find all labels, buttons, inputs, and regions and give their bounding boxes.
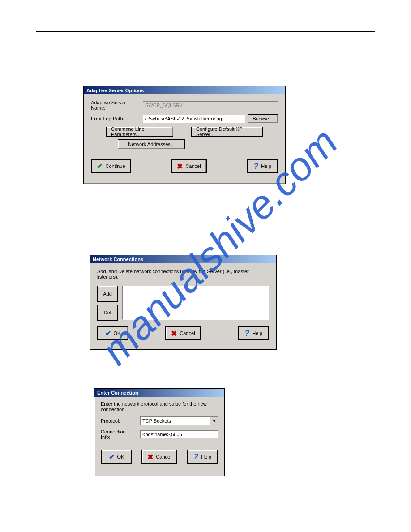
cancel-button[interactable]: Cancel [171,159,207,173]
ok-label-3: OK [117,454,124,459]
continue-label: Continue [105,163,125,169]
browse-label: Browse... [253,116,273,121]
error-log-label: Error Log Path: [91,116,139,121]
cross-icon [171,329,177,338]
ok-button[interactable]: OK [97,326,128,340]
server-name-label: Adaptive Server Name: [91,100,139,111]
error-log-input[interactable] [143,115,245,123]
conn-info-input[interactable] [140,430,218,438]
help-icon [193,452,198,462]
help-icon [253,162,258,171]
help-button-2[interactable]: Help [238,326,269,340]
network-addresses-button[interactable]: Network Addresses... [118,139,185,149]
protocol-label: Protocol: [101,418,137,424]
check-icon [109,453,115,461]
cancel-label: Cancel [185,163,201,169]
help-icon [244,329,249,338]
help-button-3[interactable]: Help [187,450,218,464]
help-label: Help [261,163,271,169]
enter-connection-dialog: Enter Connection Enter the network proto… [94,388,225,476]
adaptive-server-options-dialog: Adaptive Server Options Adaptive Server … [83,86,286,184]
protocol-value: TCP Sockets [142,418,171,424]
page-rule-top [36,31,375,32]
continue-button[interactable]: Continue [91,159,131,173]
conn-info-label: Connection Info: [101,429,137,440]
chevron-down-icon [210,417,218,425]
help-button[interactable]: Help [247,159,278,173]
cross-icon [147,453,153,461]
protocol-select[interactable]: TCP Sockets [140,416,218,425]
configure-xp-label: Configure Default XP Server... [196,126,258,137]
check-icon [97,162,103,171]
server-name-value: SWCP_SQLSRV [145,103,183,108]
cancel-button-3[interactable]: Cancel [141,450,177,464]
del-button[interactable]: Del [97,305,118,321]
cancel-button-2[interactable]: Cancel [165,326,201,340]
configure-xp-server-button[interactable]: Configure Default XP Server... [191,127,263,137]
help-label-2: Help [252,330,262,336]
page-rule-bottom [36,495,375,495]
add-button[interactable]: Add [97,286,118,302]
dialog3-titlebar: Enter Connection [94,389,224,397]
dialog2-title: Network Connections [93,257,143,262]
server-name-field: SWCP_SQLSRV [143,101,278,109]
ok-label: OK [114,330,121,336]
cancel-label-2: Cancel [180,330,195,336]
del-label: Del [104,310,111,315]
check-icon [105,329,111,338]
connections-listbox[interactable] [122,286,269,320]
dialog1-title: Adaptive Server Options [86,88,144,93]
network-connections-dialog: Network Connections Add, and Delete netw… [90,255,277,350]
help-label-3: Help [201,454,211,459]
dialog1-titlebar: Adaptive Server Options [84,86,285,94]
dialog2-instructions: Add, and Delete network connections used… [97,269,269,279]
dialog3-title: Enter Connection [97,390,138,395]
add-label: Add [103,291,112,296]
cross-icon [177,162,183,171]
dialog3-instructions: Enter the network protocol and value for… [101,401,218,412]
cancel-label-3: Cancel [156,454,171,459]
dialog2-titlebar: Network Connections [90,255,276,263]
network-addresses-label: Network Addresses... [128,142,175,147]
browse-button[interactable]: Browse... [248,114,278,123]
command-line-params-button[interactable]: Command Line Parameters... [106,127,173,137]
command-line-params-label: Command Line Parameters... [111,126,168,137]
ok-button-3[interactable]: OK [101,450,132,464]
